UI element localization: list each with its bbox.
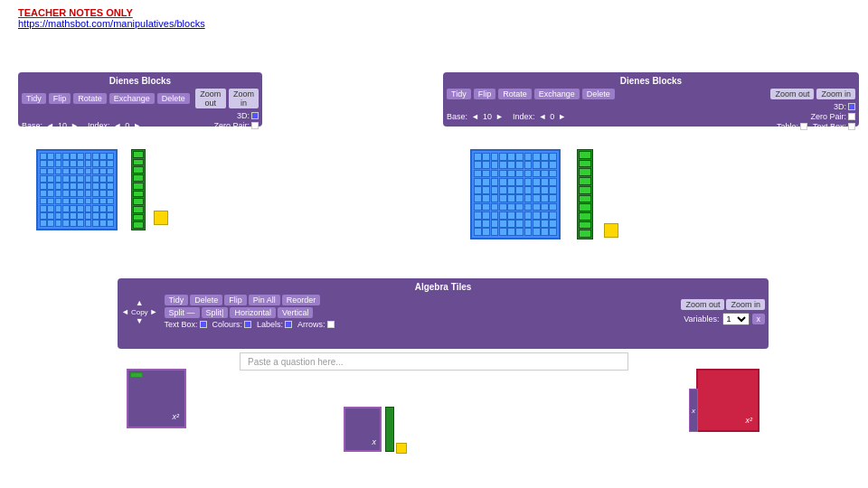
- algebra-tile-green-bar: [130, 372, 143, 378]
- algebra-reorder-btn[interactable]: Reorder: [282, 295, 321, 305]
- dienes2-nav-right2[interactable]: ►: [558, 112, 566, 121]
- algebra-splitv-btn[interactable]: Split|: [202, 307, 229, 318]
- algebra-tile-small-green-1: [385, 407, 394, 452]
- algebra-nav-down[interactable]: ▼: [136, 316, 144, 325]
- dienes1-one-block: [154, 211, 168, 225]
- header-title: TEACHER NOTES ONLY: [18, 7, 205, 18]
- algebra-arrows-checkbox[interactable]: [327, 321, 335, 328]
- algebra-splith-btn[interactable]: Split —: [165, 307, 200, 318]
- dienes2-zeropair-option: Zero Pair:: [810, 112, 855, 121]
- dienes2-hundred-block: [470, 149, 561, 239]
- dienes2-3d-checkbox[interactable]: [848, 103, 855, 110]
- algebra-nav-up[interactable]: ▲: [136, 298, 144, 307]
- algebra-zoom-out-btn[interactable]: Zoom out: [681, 299, 724, 310]
- dienes2-ten-block: [577, 149, 593, 239]
- algebra-colours-checkbox[interactable]: [244, 321, 251, 328]
- dienes1-flip-btn[interactable]: Flip: [49, 93, 71, 104]
- dienes1-nav-left1[interactable]: ◄: [46, 121, 54, 130]
- algebra-colours-option: Colours:: [212, 320, 252, 329]
- dienes2-3d-option: 3D:: [834, 102, 855, 111]
- algebra-title: Algebra Tiles: [121, 282, 765, 292]
- dienes1-rotate-btn[interactable]: Rotate: [73, 93, 107, 104]
- algebra-tidy-btn[interactable]: Tidy: [165, 295, 189, 305]
- algebra-variables-select[interactable]: 123: [722, 313, 750, 325]
- algebra-horizontal-btn[interactable]: Horizontal: [230, 307, 276, 318]
- algebra-tile-small-purple-bar: x: [689, 389, 698, 432]
- dienes2-canvas: [443, 131, 859, 271]
- algebra-pinall-btn[interactable]: Pin All: [249, 295, 280, 305]
- algebra-arrows-option: Arrows:: [297, 320, 335, 329]
- dienes2-exchange-btn[interactable]: Exchange: [534, 89, 580, 99]
- algebra-labels-checkbox[interactable]: [285, 321, 292, 328]
- dienes2-title: Dienes Blocks: [447, 76, 855, 86]
- dienes2-base-value: 10: [483, 112, 492, 121]
- algebra-tile-x2-label-red: x²: [746, 416, 753, 425]
- dienes2-zeropair-checkbox[interactable]: [848, 113, 855, 120]
- dienes2-one-block: [604, 223, 618, 238]
- dienes2-rotate-btn[interactable]: Rotate: [498, 89, 532, 99]
- algebra-tile-x-label-2: x: [692, 407, 695, 415]
- dienes1-zoom-in-btn[interactable]: Zoom in: [229, 89, 259, 108]
- dienes2-index-value: 0: [550, 112, 554, 121]
- dienes1-3d-option: 3D:: [237, 111, 259, 120]
- dienes1-index-label: Index:: [88, 121, 110, 130]
- dienes2-nav-right1[interactable]: ►: [495, 112, 504, 121]
- dienes1-base-label: Base:: [22, 121, 42, 130]
- dienes1-base-value: 10: [58, 121, 67, 130]
- dienes2-table-checkbox[interactable]: [800, 123, 807, 130]
- dienes1-nav-right2[interactable]: ►: [133, 121, 141, 130]
- algebra-paste-box[interactable]: Paste a quastion here...: [240, 352, 628, 371]
- algebra-labels-option: Labels:: [257, 320, 292, 329]
- algebra-tile-one-yellow: [396, 443, 407, 454]
- dienes-widget-1: Dienes Blocks Tidy Flip Rotate Exchange …: [18, 72, 262, 127]
- dienes1-nav-left2[interactable]: ◄: [113, 121, 121, 130]
- dienes2-base-label: Base:: [447, 112, 467, 121]
- algebra-paste-placeholder: Paste a quastion here...: [248, 357, 344, 367]
- dienes1-zeropair-checkbox[interactable]: [251, 122, 259, 129]
- dienes1-ten-block: [131, 149, 146, 230]
- dienes2-textbox-checkbox[interactable]: [848, 123, 855, 130]
- dienes1-nav-right1[interactable]: ►: [71, 121, 79, 130]
- dienes2-base-row: Base: ◄ 10 ► Index: ◄ 0 ►: [447, 102, 566, 131]
- dienes1-zeropair-option: Zero Pair:: [213, 121, 259, 130]
- dienes2-zoom-in-btn[interactable]: Zoom in: [816, 89, 855, 99]
- dienes2-toolbar: Tidy Flip Rotate Exchange Delete Zoom ou…: [447, 89, 855, 99]
- algebra-nav-left[interactable]: ◄: [121, 307, 129, 316]
- dienes2-tidy-btn[interactable]: Tidy: [447, 89, 471, 99]
- dienes1-title: Dienes Blocks: [22, 76, 259, 86]
- algebra-variables-label: Variables:: [684, 314, 719, 324]
- algebra-textbox-option: Text Box:: [165, 320, 207, 329]
- dienes2-flip-btn[interactable]: Flip: [474, 89, 496, 99]
- algebra-tile-large-red: x²: [696, 369, 760, 432]
- algebra-tile-large-purple-1: x²: [127, 369, 186, 428]
- algebra-tile-x2-label: x²: [173, 412, 180, 421]
- dienes2-delete-btn[interactable]: Delete: [582, 89, 615, 99]
- dienes-widget-2: Dienes Blocks Tidy Flip Rotate Exchange …: [443, 72, 859, 127]
- dienes1-zoom-out-btn[interactable]: Zoom out: [195, 89, 226, 108]
- algebra-delete-btn[interactable]: Delete: [190, 295, 222, 305]
- dienes1-tidy-btn[interactable]: Tidy: [22, 93, 46, 104]
- dienes1-toolbar: Tidy Flip Rotate Exchange Delete Zoom ou…: [22, 89, 259, 108]
- dienes1-canvas: // will render via JS below: [18, 131, 262, 271]
- dienes1-delete-btn[interactable]: Delete: [157, 93, 190, 104]
- dienes1-exchange-btn[interactable]: Exchange: [109, 93, 155, 104]
- algebra-vertical-btn[interactable]: Vertical: [278, 307, 314, 318]
- algebra-flip-btn[interactable]: Flip: [224, 295, 247, 305]
- dienes2-table-option: Table: Text Box:: [777, 122, 855, 131]
- algebra-x-btn[interactable]: x: [752, 314, 766, 324]
- dienes1-index-value: 0: [125, 121, 129, 130]
- algebra-tile-medium-purple: x: [344, 407, 382, 452]
- algebra-copy-label: Copy: [131, 308, 148, 316]
- dienes2-index-label: Index:: [513, 112, 535, 121]
- algebra-zoom-in-btn[interactable]: Zoom in: [726, 299, 765, 310]
- dienes1-hundred-block: // will render via JS below: [36, 149, 118, 230]
- algebra-textbox-checkbox[interactable]: [200, 321, 207, 328]
- algebra-nav-right[interactable]: ►: [150, 307, 158, 316]
- header-link[interactable]: https://mathsbot.com/manipulatives/block…: [18, 18, 205, 29]
- dienes2-zoom-out-btn[interactable]: Zoom out: [770, 89, 814, 99]
- header: TEACHER NOTES ONLY https://mathsbot.com/…: [18, 7, 205, 29]
- dienes2-nav-left2[interactable]: ◄: [538, 112, 546, 121]
- dienes2-nav-left1[interactable]: ◄: [471, 112, 479, 121]
- dienes1-3d-checkbox[interactable]: [251, 112, 259, 119]
- algebra-widget: Algebra Tiles ▲ ◄ Copy ► ▼ Tidy Delete F…: [118, 278, 769, 349]
